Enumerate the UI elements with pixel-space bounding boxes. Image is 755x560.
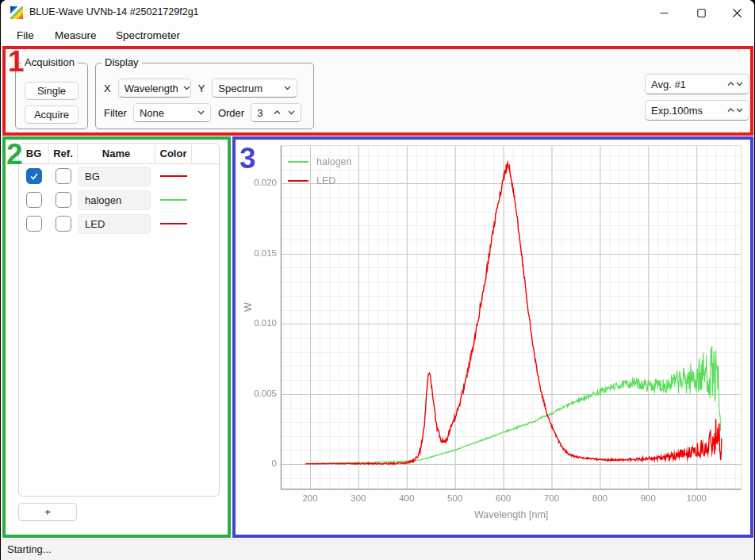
- chevron-up-icon: [727, 82, 734, 86]
- close-button[interactable]: [719, 0, 754, 25]
- annotation-number-2: 2: [6, 140, 23, 169]
- check-icon: [29, 171, 39, 181]
- chart-legend: halogenLED: [288, 152, 352, 190]
- single-button[interactable]: Single: [25, 82, 79, 100]
- legend-item: LED: [288, 171, 352, 190]
- menu-spectrometer[interactable]: Spectrometer: [113, 28, 183, 43]
- order-stepper[interactable]: 3: [251, 103, 301, 122]
- legend-swatch: [288, 180, 309, 182]
- bg-checkbox[interactable]: [26, 168, 42, 184]
- table-row: BG: [19, 164, 219, 188]
- name-field[interactable]: BG: [78, 167, 151, 186]
- menu-file[interactable]: File: [13, 28, 37, 43]
- chevron-down-icon: [736, 82, 743, 86]
- region-acquisition-display: Acquisition Single Acquire Display X Wav…: [2, 46, 753, 136]
- display-group: Display X Wavelength Y Spectrum Filter N…: [95, 63, 314, 129]
- status-bar: Starting...: [1, 539, 754, 560]
- legend-label: LED: [316, 175, 335, 186]
- chevron-down-icon: [736, 108, 743, 113]
- menu-measure[interactable]: Measure: [52, 28, 100, 43]
- name-field[interactable]: LED: [78, 214, 151, 234]
- y-tick-label: 0.020: [243, 178, 277, 187]
- y-tick-label: 0: [243, 458, 277, 468]
- name-field[interactable]: halogen: [78, 190, 151, 210]
- maximize-icon: [697, 9, 706, 17]
- y-tick-label: 0.015: [243, 248, 277, 258]
- averages-stepper[interactable]: Avg. #1: [645, 74, 749, 94]
- x-axis-title: Wavelength [nm]: [432, 509, 591, 520]
- header-color: Color: [155, 144, 192, 163]
- spectrum-plot[interactable]: [236, 140, 749, 535]
- chevron-down-icon: [284, 86, 291, 90]
- maximize-button[interactable]: [683, 0, 719, 25]
- region-measurement-list: BG Ref. Name Color BG halogen LED: [2, 136, 231, 538]
- table-header: BG Ref. Name Color: [19, 144, 219, 164]
- filter-select[interactable]: None: [133, 103, 211, 122]
- x-tick-label: 400: [391, 493, 423, 503]
- ref-checkbox[interactable]: [56, 168, 71, 184]
- table-row: halogen: [19, 188, 219, 212]
- y-axis-label: Y: [198, 82, 205, 94]
- ref-checkbox[interactable]: [56, 216, 71, 232]
- filter-label: Filter: [104, 107, 127, 119]
- title-bar: BLUE-Wave UVNb-14 #25021729f2g1: [1, 0, 754, 25]
- chevron-up-icon: [274, 110, 281, 115]
- annotation-number-1: 1: [8, 47, 25, 76]
- x-tick-label: 800: [584, 493, 615, 503]
- minimize-icon: [660, 9, 669, 17]
- x-tick-label: 1000: [680, 493, 712, 503]
- region-spectrum-chart: 00.0050.0100.0150.0202003004005006007008…: [232, 136, 753, 538]
- annotation-number-3: 3: [240, 144, 256, 173]
- bg-checkbox[interactable]: [26, 216, 42, 232]
- legend-swatch: [288, 161, 309, 163]
- acquisition-group: Acquisition Single Acquire: [15, 63, 88, 129]
- chevron-down-icon: [183, 86, 190, 90]
- legend-label: halogen: [316, 156, 352, 167]
- trace-color-swatch[interactable]: [160, 199, 187, 201]
- x-axis-label: X: [104, 82, 111, 94]
- x-tick-label: 500: [439, 493, 471, 503]
- x-tick-label: 600: [488, 493, 519, 503]
- table-row: LED: [19, 212, 219, 236]
- chevron-down-icon: [288, 110, 295, 115]
- app-icon: [10, 6, 23, 19]
- close-icon: [733, 9, 742, 17]
- menu-bar: File Measure Spectrometer: [1, 25, 754, 46]
- y-axis-select[interactable]: Spectrum: [212, 79, 297, 98]
- status-text: Starting...: [7, 543, 52, 555]
- measurement-table: BG Ref. Name Color BG halogen LED: [18, 143, 220, 497]
- x-tick-label: 900: [632, 493, 664, 503]
- acquire-button[interactable]: Acquire: [25, 105, 79, 124]
- y-axis-title: W: [243, 291, 254, 323]
- bg-checkbox[interactable]: [26, 192, 42, 208]
- chevron-up-icon: [727, 108, 734, 113]
- header-name: Name: [78, 144, 155, 163]
- app-window: BLUE-Wave UVNb-14 #25021729f2g1 File Mea…: [1, 0, 754, 560]
- window-title: BLUE-Wave UVNb-14 #25021729f2g1: [29, 6, 199, 17]
- display-group-label: Display: [102, 56, 142, 68]
- trace-color-swatch[interactable]: [160, 223, 187, 224]
- trace-color-swatch[interactable]: [160, 175, 187, 177]
- y-tick-label: 0.005: [243, 389, 277, 398]
- ref-checkbox[interactable]: [56, 192, 71, 208]
- acquisition-group-label: Acquisition: [21, 56, 78, 68]
- x-tick-label: 700: [536, 493, 568, 503]
- x-tick-label: 200: [294, 493, 326, 503]
- order-label: Order: [218, 107, 244, 119]
- x-tick-label: 300: [343, 493, 374, 503]
- exposure-stepper[interactable]: Exp.100ms: [645, 100, 749, 121]
- chevron-down-icon: [197, 110, 205, 115]
- legend-item: halogen: [288, 152, 352, 171]
- header-ref: Ref.: [49, 144, 78, 163]
- minimize-button[interactable]: [646, 0, 682, 25]
- x-axis-select[interactable]: Wavelength: [118, 79, 191, 98]
- add-measurement-button[interactable]: +: [18, 503, 77, 521]
- header-bg: BG: [19, 144, 49, 163]
